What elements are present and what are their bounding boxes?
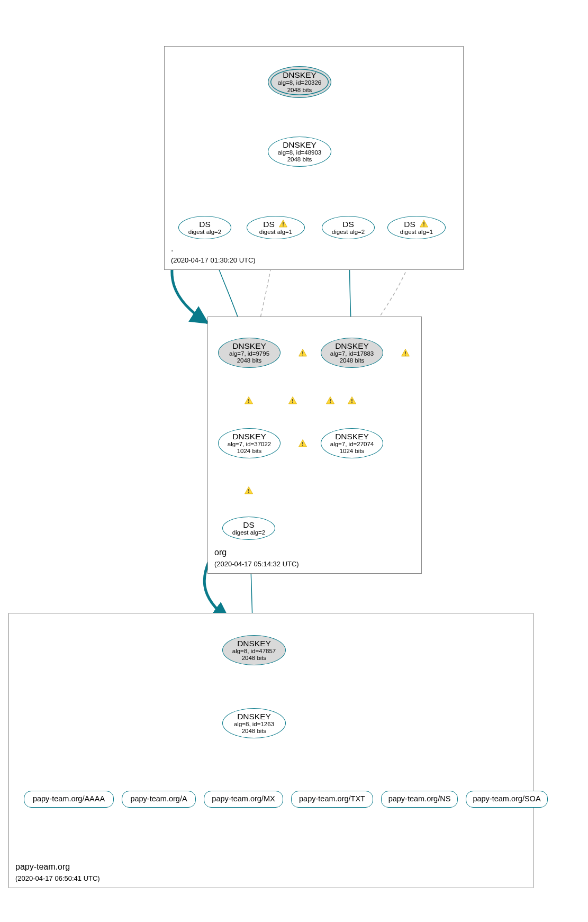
- rr-label: papy-team.org/A: [130, 795, 187, 803]
- node-title: DNSKEY: [232, 432, 266, 441]
- node-title: DS: [404, 220, 415, 229]
- node-org-zsk2[interactable]: DNSKEY alg=7, id=27074 1024 bits: [321, 428, 383, 458]
- node-org-zsk1[interactable]: DNSKEY alg=7, id=37022 1024 bits: [218, 428, 281, 458]
- node-sub: 2048 bits: [242, 728, 267, 735]
- node-sub: alg=8, id=1263: [234, 721, 274, 728]
- node-rr-ns[interactable]: papy-team.org/NS: [381, 791, 458, 808]
- node-rr-mx[interactable]: papy-team.org/MX: [204, 791, 283, 808]
- node-sub: 2048 bits: [287, 156, 312, 163]
- zone-org-time: (2020-04-17 05:14:32 UTC): [214, 560, 299, 568]
- node-rr-txt[interactable]: papy-team.org/TXT: [291, 791, 373, 808]
- zone-root-name: .: [171, 244, 173, 254]
- node-sub: alg=8, id=47857: [232, 648, 276, 655]
- zone-org-name: org: [214, 548, 227, 557]
- node-root-ds1[interactable]: DS digest alg=2: [178, 216, 231, 239]
- node-rr-aaaa[interactable]: papy-team.org/AAAA: [24, 791, 114, 808]
- rr-label: papy-team.org/TXT: [299, 795, 365, 803]
- node-rr-soa[interactable]: papy-team.org/SOA: [466, 791, 548, 808]
- node-title: DNSKEY: [283, 70, 316, 79]
- warning-icon: [419, 219, 429, 229]
- node-sub: digest alg=1: [259, 229, 292, 236]
- node-title: DNSKEY: [335, 341, 369, 350]
- zone-root-time: (2020-04-17 01:30:20 UTC): [171, 256, 256, 264]
- rr-label: papy-team.org/NS: [388, 795, 451, 803]
- node-dom-zsk[interactable]: DNSKEY alg=8, id=1263 2048 bits: [222, 708, 286, 738]
- rr-label: papy-team.org/AAAA: [33, 795, 105, 803]
- svg-rect-3: [423, 225, 424, 227]
- node-root-ds3[interactable]: DS digest alg=2: [322, 216, 375, 239]
- node-org-ksk2[interactable]: DNSKEY alg=7, id=17883 2048 bits: [321, 338, 383, 368]
- node-root-ds2[interactable]: DS digest alg=1: [247, 216, 305, 239]
- node-title: DNSKEY: [283, 140, 316, 149]
- node-sub: alg=7, id=37022: [228, 441, 272, 448]
- node-title: DNSKEY: [237, 639, 271, 648]
- node-sub: digest alg=2: [232, 529, 265, 536]
- node-sub: 1024 bits: [340, 448, 365, 455]
- node-title: DNSKEY: [335, 432, 369, 441]
- node-sub: digest alg=2: [332, 229, 365, 236]
- warning-icon: [278, 219, 288, 229]
- zone-domain-time: (2020-04-17 06:50:41 UTC): [15, 874, 100, 882]
- node-sub: alg=8, id=20326: [278, 79, 322, 86]
- rr-label: papy-team.org/MX: [212, 795, 275, 803]
- node-root-ksk[interactable]: DNSKEY alg=8, id=20326 2048 bits: [268, 66, 331, 98]
- node-title: DNSKEY: [232, 341, 266, 350]
- node-root-ds4[interactable]: DS digest alg=1: [387, 216, 446, 239]
- node-title: DS: [263, 220, 275, 229]
- rr-label: papy-team.org/SOA: [473, 795, 540, 803]
- node-sub: alg=7, id=17883: [330, 350, 374, 357]
- svg-rect-2: [423, 222, 424, 225]
- node-title: DS: [199, 220, 211, 229]
- node-root-zsk[interactable]: DNSKEY alg=8, id=48903 2048 bits: [268, 137, 331, 167]
- node-title: DNSKEY: [237, 712, 271, 721]
- node-org-ds[interactable]: DS digest alg=2: [222, 517, 275, 540]
- zone-domain-name: papy-team.org: [15, 862, 70, 872]
- node-org-ksk1[interactable]: DNSKEY alg=7, id=9795 2048 bits: [218, 338, 281, 368]
- node-sub: digest alg=2: [188, 229, 221, 236]
- node-sub: digest alg=1: [400, 229, 433, 236]
- node-title: DS: [342, 220, 354, 229]
- node-dom-ksk[interactable]: DNSKEY alg=8, id=47857 2048 bits: [222, 635, 286, 665]
- node-sub: alg=8, id=48903: [278, 149, 322, 156]
- svg-rect-1: [283, 225, 284, 227]
- node-sub: 2048 bits: [237, 357, 262, 364]
- node-rr-a[interactable]: papy-team.org/A: [122, 791, 196, 808]
- node-sub: 1024 bits: [237, 448, 262, 455]
- node-sub: 2048 bits: [340, 357, 365, 364]
- node-title: DS: [243, 520, 255, 529]
- node-sub: 2048 bits: [242, 655, 267, 662]
- node-sub: alg=7, id=27074: [330, 441, 374, 448]
- node-sub: 2048 bits: [287, 87, 312, 94]
- svg-rect-0: [283, 222, 284, 225]
- node-sub: alg=7, id=9795: [229, 350, 269, 357]
